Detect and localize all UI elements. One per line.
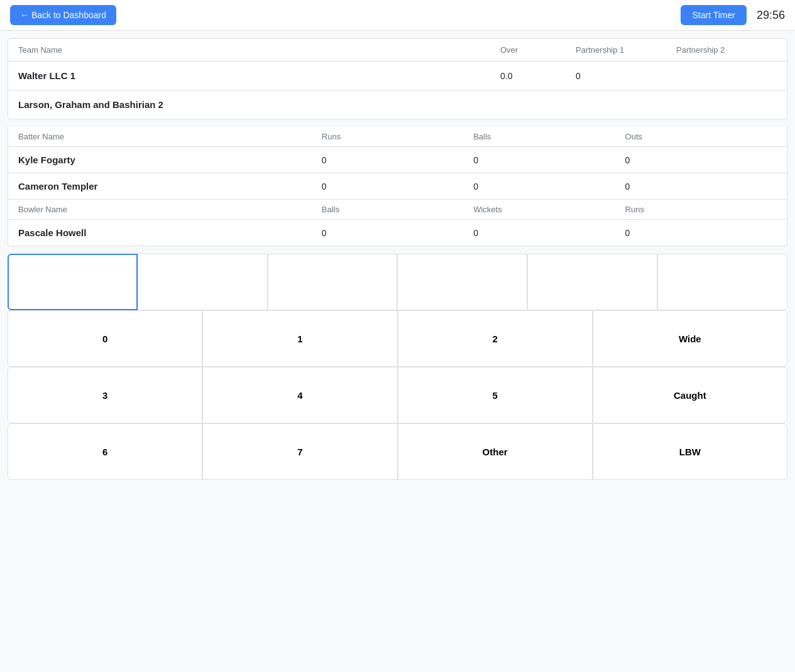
action-btn-0[interactable]: 0 bbox=[8, 310, 202, 367]
scorecard-col-p1: Partnership 1 bbox=[576, 45, 676, 55]
batters-header-row: Batter Name Runs Balls Outs bbox=[8, 127, 787, 147]
action-grid: 0 1 2 Wide 3 4 5 Caught 6 7 Other LBW bbox=[8, 254, 787, 480]
batter-balls-0: 0 bbox=[473, 155, 625, 165]
start-timer-button[interactable]: Start Timer bbox=[681, 5, 746, 25]
action-row-3: 3 4 5 Caught bbox=[8, 367, 787, 423]
team-name-1: Larson, Graham and Bashirian 2 bbox=[18, 99, 500, 110]
scorecard-col-team: Team Name bbox=[18, 45, 500, 55]
action-btn-slot-4[interactable] bbox=[527, 254, 657, 310]
batter-name-1: Cameron Templer bbox=[18, 181, 322, 192]
action-btn-slot-5[interactable] bbox=[657, 254, 787, 310]
bowler-runs-0: 0 bbox=[625, 228, 777, 238]
batter-col-name: Batter Name bbox=[18, 132, 322, 141]
batter-col-balls: Balls bbox=[473, 132, 625, 141]
action-row-4: 6 7 Other LBW bbox=[8, 423, 787, 480]
bowlers-section: Bowler Name Balls Wickets Runs Pascale H… bbox=[8, 200, 787, 246]
action-btn-slot-2[interactable] bbox=[268, 254, 398, 310]
action-btn-slot-3[interactable] bbox=[397, 254, 527, 310]
bowler-wickets-0: 0 bbox=[473, 228, 625, 238]
action-btn-6[interactable]: 6 bbox=[8, 423, 202, 480]
scorecard-row-1: Larson, Graham and Bashirian 2 bbox=[8, 90, 787, 119]
action-btn-2[interactable]: 2 bbox=[398, 310, 593, 367]
action-btn-slot-0[interactable] bbox=[8, 254, 138, 310]
timer-display: 29:56 bbox=[757, 9, 785, 22]
batter-col-runs: Runs bbox=[322, 132, 473, 141]
action-btn-lbw[interactable]: LBW bbox=[593, 423, 787, 480]
bowlers-header-row: Bowler Name Balls Wickets Runs bbox=[8, 200, 787, 220]
batter-runs-0: 0 bbox=[322, 155, 473, 165]
batter-runs-1: 0 bbox=[322, 182, 473, 192]
action-btn-1[interactable]: 1 bbox=[202, 310, 397, 367]
action-row-2: 0 1 2 Wide bbox=[8, 310, 787, 367]
bowler-col-wickets: Wickets bbox=[473, 205, 625, 214]
back-to-dashboard-button[interactable]: ← Back to Dashboard bbox=[10, 5, 116, 25]
team-name-0: Walter LLC 1 bbox=[18, 70, 500, 81]
bowler-name-0: Pascale Howell bbox=[18, 227, 322, 238]
action-btn-3[interactable]: 3 bbox=[8, 367, 202, 423]
batter-row-0: Kyle Fogarty 0 0 0 bbox=[8, 147, 787, 173]
scorecard-header-row: Team Name Over Partnership 1 Partnership… bbox=[8, 39, 787, 62]
scorecard-section: Team Name Over Partnership 1 Partnership… bbox=[8, 38, 787, 119]
header: ← Back to Dashboard Start Timer 29:56 bbox=[0, 0, 795, 31]
action-btn-5[interactable]: 5 bbox=[398, 367, 593, 423]
p1-0: 0 bbox=[576, 71, 676, 81]
bowler-col-balls: Balls bbox=[322, 205, 473, 214]
batters-section: Batter Name Runs Balls Outs Kyle Fogarty… bbox=[8, 127, 787, 200]
action-btn-slot-1[interactable] bbox=[138, 254, 268, 310]
action-btn-wide[interactable]: Wide bbox=[593, 310, 787, 367]
batter-balls-1: 0 bbox=[473, 182, 625, 192]
bowler-balls-0: 0 bbox=[322, 228, 473, 238]
batter-name-0: Kyle Fogarty bbox=[18, 154, 322, 165]
action-btn-4[interactable]: 4 bbox=[202, 367, 397, 423]
batter-outs-1: 0 bbox=[625, 182, 777, 192]
bowler-col-runs: Runs bbox=[625, 205, 777, 214]
action-btn-7[interactable]: 7 bbox=[202, 423, 397, 480]
scorecard-row-0: Walter LLC 1 0.0 0 bbox=[8, 62, 787, 90]
action-row-1 bbox=[8, 254, 787, 310]
bowler-row-0: Pascale Howell 0 0 0 bbox=[8, 220, 787, 246]
batter-outs-0: 0 bbox=[625, 155, 777, 165]
over-0: 0.0 bbox=[500, 71, 576, 81]
action-btn-other[interactable]: Other bbox=[398, 423, 593, 480]
scorecard-col-over: Over bbox=[500, 45, 576, 55]
batter-row-1: Cameron Templer 0 0 0 bbox=[8, 173, 787, 199]
scorecard-col-p2: Partnership 2 bbox=[676, 45, 777, 55]
bowler-col-name: Bowler Name bbox=[18, 205, 322, 214]
header-right: Start Timer 29:56 bbox=[681, 5, 785, 25]
action-btn-caught[interactable]: Caught bbox=[593, 367, 787, 423]
batter-col-outs: Outs bbox=[625, 132, 777, 141]
